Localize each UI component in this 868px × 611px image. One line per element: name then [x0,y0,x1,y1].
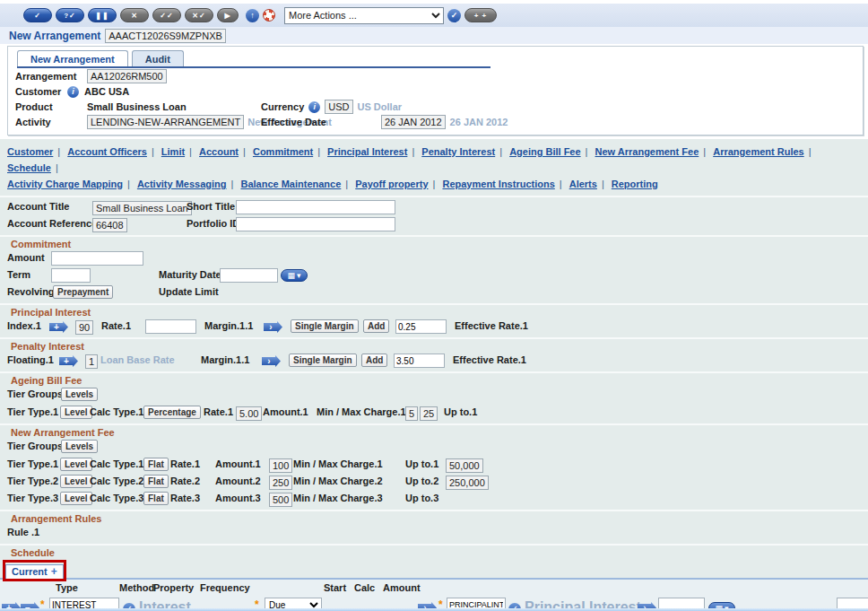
nav-link-new-arrangement-fee[interactable]: New Arrangement Fee [595,146,699,157]
nav-link-reporting[interactable]: Reporting [612,179,658,189]
rate-label: Rate.1 [170,458,200,469]
nav-link-customer[interactable]: Customer [7,146,53,157]
nav-link-alerts[interactable]: Alerts [569,179,597,189]
calc-type-label: Calc Type.1 [90,406,143,417]
nav-link-payoff-property[interactable]: Payoff property [355,179,428,189]
single-margin-button[interactable]: Single Margin [291,319,359,333]
tab-audit[interactable]: Audit [132,50,184,66]
levels-button[interactable]: Levels [61,440,98,453]
add-button[interactable]: Add [363,319,389,333]
schedule-tab-row: Current + [0,560,868,580]
nav-link-penalty-interest[interactable]: Penalty Interest [421,146,495,157]
validate-button[interactable]: ?✓ [56,8,84,22]
prepayment-group: Prepayment [53,285,113,299]
margin-expand-group: › [262,355,281,367]
section-nav: Customer| Account Officers| Limit| Accou… [0,139,868,196]
new-arrangement-fee-title: New Arrangement Fee [0,425,868,440]
levels-button[interactable]: Levels [61,388,98,401]
level-button[interactable]: Level [60,458,92,471]
prepayment-button[interactable]: Prepayment [53,285,113,299]
level-button[interactable]: Level [60,492,92,505]
nav-link-activity-messaging[interactable]: Activity Messaging [137,179,227,189]
calendar-icon[interactable]: ▦▾ [281,269,308,282]
margin-rate-input[interactable] [394,354,445,368]
penalty-interest-section: Penalty Interest Floating.1 + 1 Loan Bas… [0,337,868,371]
nav-link-balance-maintenance[interactable]: Balance Maintenance [240,179,341,189]
authorize-icon: ✓✓ [160,12,173,20]
tab-strip: New Arrangement Audit [8,47,863,66]
account-reference-field: 66408 [92,218,127,232]
col-amount: Amount [383,582,421,593]
hold-button[interactable]: ❚❚ [88,8,117,22]
margin-type-group: Single Margin [291,319,359,333]
col-calc: Calc [354,582,375,593]
info-glyph: i [314,102,317,111]
add-group: Add [363,319,389,333]
upload-button[interactable]: ↑ [246,9,259,22]
add-tabs-button[interactable]: + + [464,8,497,22]
nav-link-schedule[interactable]: Schedule [7,162,51,173]
nav-link-repayment-instructions[interactable]: Repayment Instructions [442,179,554,189]
toolbar: ✓ ?✓ ❚❚ ✕ ✓✓ ✕✓ ▶ ↑ More Actions ... ✓ +… [0,4,868,27]
expand-arrow-icon[interactable]: › [264,321,282,333]
level-button[interactable]: Level [60,475,92,488]
help-lifering-icon[interactable] [263,9,275,22]
margin-rate-input[interactable] [395,319,447,334]
go-button[interactable]: ✓ [447,9,461,22]
calc-type-label: Calc Type.2 [90,476,143,486]
authorize-button[interactable]: ✓✓ [152,8,181,22]
flat-button[interactable]: Flat [143,458,169,471]
nav-link-principal-interest[interactable]: Principal Interest [327,146,407,157]
calendar-grid-glyph: ▦ [287,271,295,280]
reverse-button[interactable]: ✕✓ [185,8,213,22]
level-button[interactable]: Level [60,406,92,419]
nav-separator: | [602,179,604,189]
flat-button[interactable]: Flat [143,475,169,488]
new-arrangement-fee-section: New Arrangement Fee Tier Groups Levels T… [0,423,868,510]
rate-input[interactable] [145,319,196,334]
nav-link-commitment[interactable]: Commitment [253,146,313,157]
amount-label: Amount.2 [215,476,261,486]
commit-button[interactable]: ✓ [23,8,52,22]
info-icon[interactable]: i [308,101,320,113]
percentage-button[interactable]: Percentage [143,406,201,419]
maturity-date-input[interactable] [220,268,278,283]
schedule-title: Schedule [0,546,868,560]
product-label: Product [15,101,87,112]
nav-link-limit[interactable]: Limit [161,146,185,157]
info-icon[interactable]: i [67,86,79,98]
more-actions-select[interactable]: More Actions ... [284,7,444,24]
nav-link-activity-charge-mapping[interactable]: Activity Charge Mapping [7,179,123,189]
nav-link-account-officers[interactable]: Account Officers [67,146,147,157]
tier-groups-label: Tier Groups [7,388,63,399]
delete-button[interactable]: ✕ [120,8,149,22]
amount-input[interactable] [51,251,143,266]
portfolio-id-input[interactable] [236,217,395,231]
tab-underline [17,66,490,68]
tier-type-label: Tier Type.1 [7,458,58,469]
nav-link-arrangement-rules[interactable]: Arrangement Rules [713,146,803,157]
expand-arrow-icon[interactable]: › [262,355,281,367]
tab-new-arrangement[interactable]: New Arrangement [17,50,128,66]
single-margin-button[interactable]: Single Margin [289,354,357,367]
tab-current[interactable]: Current + [5,564,64,579]
nav-link-ageing-bill-fee[interactable]: Ageing Bill Fee [509,146,580,157]
margin-expand-group: › [264,321,282,333]
add-button[interactable]: Add [361,354,387,367]
effective-date-display: 26 JAN 2012 [450,117,508,127]
nav-link-account[interactable]: Account [199,146,239,157]
col-property: Property [153,582,194,593]
fee-tier-row: Tier Type.1 Level Calc Type.1 Flat Rate.… [0,458,868,473]
annotation-highlight: Current + [3,560,66,581]
expand-plus-icon[interactable]: + [59,355,78,367]
term-input[interactable] [51,268,91,283]
up-arrow-icon: ↑ [250,11,255,20]
nav-separator: | [703,146,706,157]
forward-button[interactable]: ▶ [217,8,239,22]
caret-down-icon: ▾ [297,271,301,280]
expand-plus-icon[interactable]: + [49,321,68,333]
add-tab-icon[interactable]: + [51,565,57,578]
flat-button[interactable]: Flat [143,492,169,505]
amount-label: Amount.1 [215,458,261,469]
short-title-input[interactable] [236,200,395,214]
